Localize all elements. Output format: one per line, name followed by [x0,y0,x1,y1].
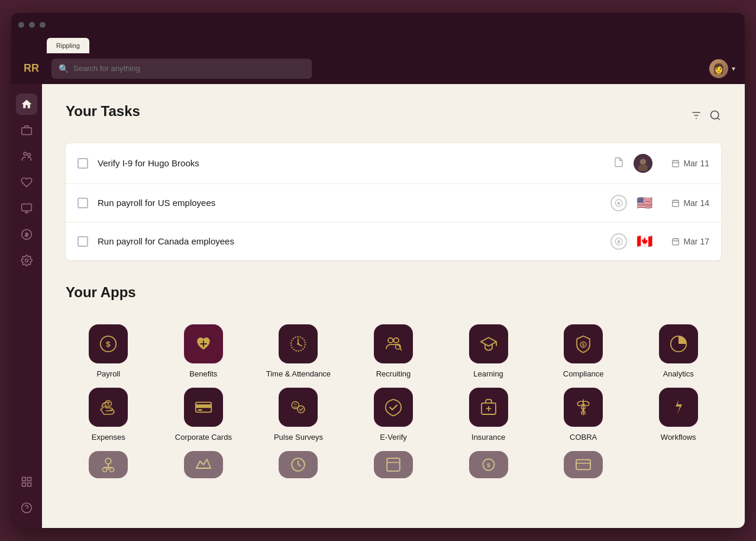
svg-rect-56 [196,404,211,408]
svg-rect-75 [387,458,400,471]
app-workflows[interactable]: Workflows [635,388,721,442]
sidebar-item-widgets[interactable] [16,471,37,492]
app-cobra[interactable]: COBRA [541,388,626,442]
svg-point-46 [394,337,399,342]
svg-point-60 [296,404,297,405]
svg-rect-9 [22,478,26,481]
app-time-attendance[interactable]: Time & Attendance [256,324,341,378]
app-more-4[interactable] [351,451,437,478]
more-app-icon-4 [374,451,413,478]
apps-title: Your Apps [66,284,136,301]
task-checkbox[interactable] [77,236,88,247]
app-analytics[interactable]: Analytics [635,324,721,378]
app-expenses[interactable]: $ Expenses [66,388,151,442]
app-label: Learning [473,369,503,378]
tasks-search-icon[interactable] [709,110,721,124]
svg-point-45 [388,337,393,342]
learning-icon [469,324,508,363]
app-learning[interactable]: Learning [445,324,531,378]
app-benefits[interactable]: Benefits [161,324,247,378]
svg-point-21 [640,159,646,165]
browser-chrome [11,13,745,37]
app-more-2[interactable] [161,451,247,478]
app-more-1[interactable] [66,451,151,478]
browser-tabs: Rippling [11,37,745,53]
more-app-icon-2 [184,451,223,478]
app-more-6[interactable] [541,451,626,478]
browser-tab[interactable]: Rippling [47,38,89,53]
sidebar-item-settings[interactable] [16,250,37,271]
app-label: Time & Attendance [266,369,331,378]
svg-point-13 [22,503,32,513]
avatar [634,154,652,173]
app-e-verify[interactable]: E-Verify [351,388,437,442]
app-insurance[interactable]: Insurance [445,388,531,442]
tasks-title: Your Tasks [66,103,140,120]
sidebar-item-monitor[interactable] [16,198,37,219]
app-label: Recruiting [376,369,411,378]
document-icon [613,157,624,170]
app-label: Insurance [471,433,505,442]
more-app-icon-6 [564,451,603,478]
tasks-list: Verify I-9 for Hugo Brooks [66,143,721,260]
svg-rect-57 [198,409,202,410]
browser-dot-red [18,22,24,28]
cobra-icon [564,388,603,427]
table-row: Verify I-9 for Hugo Brooks [66,143,721,184]
table-row: Run payroll for Canada employees 🇨🇦 [66,223,721,260]
tasks-section-header: Your Tasks [66,103,721,131]
app-corporate-cards[interactable]: Corporate Cards [161,388,247,442]
flag-icon: 🇨🇦 [637,234,652,249]
svg-point-2 [28,153,31,156]
payroll-icon [610,233,627,250]
app-label: Expenses [92,433,125,442]
svg-rect-0 [22,128,32,135]
svg-rect-29 [673,200,679,207]
calendar-icon [671,237,680,246]
more-app-icon-1 [89,451,128,478]
svg-point-44 [298,343,300,345]
search-bar[interactable]: 🔍 [51,59,312,79]
app-label: Compliance [563,369,604,378]
apps-row-2: $ Expenses [66,388,721,442]
sidebar-item-briefcase[interactable] [16,120,37,141]
sidebar-item-dollar[interactable] [16,224,37,245]
app-recruiting[interactable]: Recruiting [351,324,437,378]
app-payroll[interactable]: $ Payroll [66,324,151,378]
app-label: Pulse Surveys [274,433,323,442]
top-bar: RR 🔍 👩 ▾ [11,53,745,84]
svg-rect-23 [673,160,679,167]
svg-rect-3 [22,204,32,211]
app-more-3[interactable] [256,451,341,478]
sidebar-item-home[interactable] [16,94,37,115]
svg-text:$: $ [487,461,490,468]
svg-point-66 [105,458,111,464]
svg-point-18 [711,111,719,119]
app-label: Corporate Cards [175,433,232,442]
svg-point-61 [298,405,305,413]
app-more-5[interactable]: $ [445,451,531,478]
e-verify-icon [374,388,413,427]
task-date-text: Mar 17 [683,237,709,246]
table-row: Run payroll for US employees 🇺🇸 [66,184,721,223]
task-checkbox[interactable] [77,158,88,169]
search-input[interactable] [73,64,305,73]
app-compliance[interactable]: $ Compliance [541,324,626,378]
browser-dot-yellow [29,22,35,28]
app-pulse-surveys[interactable]: Pulse Surveys [256,388,341,442]
user-dropdown-chevron[interactable]: ▾ [732,65,735,73]
apps-row-3: $ [66,451,721,478]
sidebar-item-people[interactable] [16,146,37,167]
task-checkbox[interactable] [77,198,88,208]
task-due-date: Mar 14 [662,198,709,208]
content-section: Your Tasks [11,84,745,528]
task-label: Verify I-9 for Hugo Brooks [98,158,604,168]
filter-icon[interactable] [690,110,702,124]
task-due-date: Mar 11 [662,159,709,168]
svg-text:$: $ [106,339,111,348]
sidebar-item-help[interactable] [16,497,37,519]
app-label: Payroll [96,369,120,378]
sidebar-item-benefits[interactable] [16,172,37,193]
compliance-icon: $ [564,324,603,363]
user-avatar[interactable]: 👩 [709,59,728,78]
